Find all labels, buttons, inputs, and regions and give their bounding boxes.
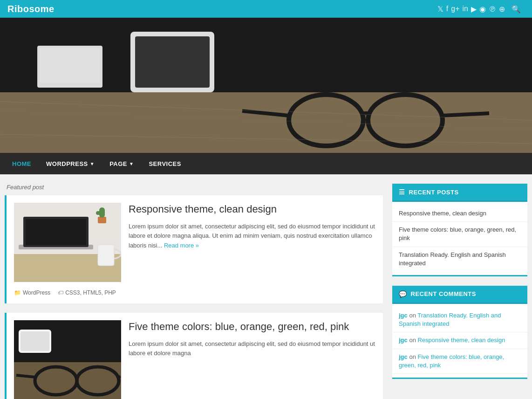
content-area: Featured post [5, 184, 383, 399]
widget-divider-2 [392, 378, 527, 379]
post-thumbnail-2[interactable] [14, 320, 121, 399]
pinterest-icon[interactable]: ℗ [489, 5, 496, 14]
post-category-1: 📁 WordPress [14, 289, 50, 296]
svg-line-32 [16, 375, 35, 377]
post-excerpt-1: Lorem ipsum dolor sit amet, consectetur … [129, 222, 375, 251]
instagram-icon[interactable]: ◉ [479, 5, 486, 14]
svg-rect-21 [98, 217, 106, 223]
post-excerpt-2: Lorem ipsum dolor sit amet, consectetur … [129, 339, 375, 359]
svg-rect-27 [20, 331, 49, 351]
recent-posts-widget: ☰ RECENT POSTS Responsive theme, clean d… [392, 184, 527, 276]
rss-icon[interactable]: ⊕ [499, 5, 505, 14]
svg-line-33 [119, 376, 120, 377]
widget-divider [392, 275, 527, 276]
read-more-1[interactable]: Read more » [164, 242, 199, 249]
recent-comments-header: 💬 RECENT COMMENTS [392, 286, 527, 304]
featured-label: Featured post [5, 184, 383, 191]
svg-line-10 [443, 113, 489, 116]
post-card-2: Five theme colors: blue, orange, green, … [5, 313, 383, 399]
comment-item-3: jgc on Five theme colors: blue, orange, … [392, 349, 527, 374]
dropdown-arrow-page: ▼ [129, 161, 134, 166]
googleplus-icon[interactable]: g+ [451, 5, 459, 13]
hero-overlay [0, 18, 532, 153]
svg-rect-19 [26, 219, 86, 245]
dropdown-arrow-wordpress: ▼ [90, 161, 95, 166]
post-content-2: Five theme colors: blue, orange, green, … [129, 320, 375, 399]
top-bar: Ribosome 𝕏 f g+ in ▶ ◉ ℗ ⊕ 🔍 [0, 0, 532, 18]
social-icons: 𝕏 f g+ in ▶ ◉ ℗ ⊕ 🔍 [437, 3, 525, 15]
linkedin-icon[interactable]: in [463, 5, 468, 13]
post-tags-1: 🏷 CSS3, HTML5, PHP [58, 289, 116, 296]
post-thumbnail-1[interactable] [14, 203, 121, 282]
list-icon: ☰ [399, 188, 405, 196]
post-thumbnail-2-svg [14, 320, 121, 399]
post-content-1: Responsive theme, clean design Lorem ips… [129, 203, 375, 282]
comment-item-1: jgc on Translation Ready. English and Sp… [392, 308, 527, 332]
nav-bar: HOME WORDPRESS ▼ PAGE ▼ SERVICES [0, 153, 532, 174]
recent-posts-list: Responsive theme, clean design Five them… [392, 202, 527, 275]
hero-image [0, 18, 532, 153]
svg-rect-3 [40, 48, 100, 83]
recent-post-item-1[interactable]: Responsive theme, clean design [392, 206, 527, 222]
recent-posts-header: ☰ RECENT POSTS [392, 184, 527, 202]
recent-comments-list: jgc on Translation Ready. English and Sp… [392, 304, 527, 378]
recent-comments-widget: 💬 RECENT COMMENTS jgc on Translation Rea… [392, 286, 527, 379]
site-title[interactable]: Ribosome [7, 4, 55, 14]
svg-rect-20 [98, 245, 114, 266]
nav-item-home[interactable]: HOME [5, 153, 39, 174]
comment-icon: 💬 [399, 290, 407, 298]
comment-item-2: jgc on Responsive theme, clean design [392, 332, 527, 349]
nav-item-page[interactable]: PAGE ▼ [102, 153, 141, 174]
folder-icon: 📁 [14, 289, 21, 296]
youtube-icon[interactable]: ▶ [471, 5, 477, 14]
nav-item-wordpress[interactable]: WORDPRESS ▼ [39, 153, 102, 174]
recent-post-item-2[interactable]: Five theme colors: blue, orange, green, … [392, 222, 527, 247]
main-content: Featured post [0, 174, 532, 399]
nav-item-services[interactable]: SERVICES [141, 153, 189, 174]
post-title-2[interactable]: Five theme colors: blue, orange, green, … [129, 320, 375, 334]
post-title-1[interactable]: Responsive theme, clean design [129, 203, 375, 216]
recent-post-item-3[interactable]: Translation Ready. English and Spanish i… [392, 247, 527, 271]
tag-icon: 🏷 [58, 289, 63, 296]
hero-svg [0, 18, 532, 153]
twitter-icon[interactable]: 𝕏 [437, 5, 443, 14]
post-meta-1: 📁 WordPress 🏷 CSS3, HTML5, PHP [7, 286, 383, 296]
post-thumbnail-1-svg [14, 203, 121, 282]
svg-rect-5 [135, 36, 210, 88]
search-button[interactable]: 🔍 [508, 3, 525, 15]
facebook-icon[interactable]: f [446, 5, 448, 13]
svg-rect-23 [96, 211, 101, 215]
post-card-1: Responsive theme, clean design Lorem ips… [5, 195, 383, 303]
sidebar: ☰ RECENT POSTS Responsive theme, clean d… [392, 184, 527, 399]
